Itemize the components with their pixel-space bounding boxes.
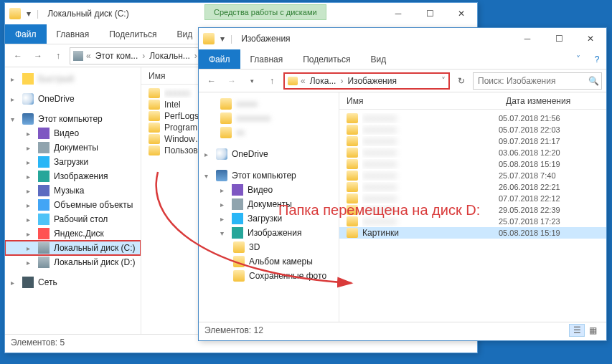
sidebar-docs[interactable]: ▸Документы (199, 197, 339, 211)
list-item[interactable]: xxxxxxxx03.06.2018 12:20 (339, 147, 606, 158)
sidebar-network[interactable]: ▸Сеть (5, 275, 141, 289)
drive-icon (73, 51, 83, 61)
sidebar-downloads[interactable]: ▸Загрузки (5, 155, 141, 169)
file-date: 25.07.2018 7:40 (499, 171, 599, 180)
sidebar-music[interactable]: ▸Музыка (5, 183, 141, 198)
file-date: 09.07.2018 21:17 (499, 137, 599, 145)
file-name: xxxxxxxx (362, 171, 494, 181)
close-button[interactable]: ✕ (446, 4, 477, 24)
folder-icon (288, 77, 298, 85)
sidebar-saved[interactable]: Сохраненные фото (199, 269, 339, 283)
sidebar-images[interactable]: ▸Изображения (5, 169, 141, 183)
file-date: 05.07.2018 22:03 (499, 125, 599, 134)
status-count: Элементов: 5 (11, 337, 65, 348)
sidebar-onedrive[interactable]: ▸OneDrive (199, 147, 339, 161)
search-input[interactable] (478, 76, 585, 86)
file-date: 05.08.2018 15:19 (499, 229, 599, 237)
back-button[interactable]: ← (9, 47, 27, 64)
file-list[interactable]: xxxxxxxx05.07.2018 21:56xxxxxxxx05.07.20… (339, 110, 606, 322)
sidebar-video[interactable]: ▸Видео (199, 183, 339, 197)
tab-share[interactable]: Поделиться (293, 49, 360, 69)
tab-share[interactable]: Поделиться (99, 24, 166, 44)
sidebar-item[interactable]: xx (199, 125, 339, 140)
list-item[interactable]: xxxxxxxx29.05.2018 22:39 (339, 204, 606, 216)
forward-button[interactable]: → (29, 47, 47, 64)
tab-view[interactable]: Вид (360, 49, 396, 69)
folder-icon (347, 148, 358, 158)
file-date: 05.07.2018 21:56 (499, 114, 599, 123)
tab-home[interactable]: Главная (47, 24, 100, 44)
list-item[interactable]: xxxxxxxx07.07.2018 22:12 (339, 193, 606, 204)
sidebar-item[interactable]: xxxxxxxx (199, 111, 339, 125)
tab-file[interactable]: Файл (5, 24, 47, 44)
up-button[interactable]: ↑ (263, 72, 281, 90)
breadcrumb[interactable]: Локальн... (148, 51, 192, 61)
file-name: xxxxxxxx (362, 136, 494, 146)
sidebar-yadisk[interactable]: ▸Яндекс.Диск (5, 226, 141, 241)
sidebar-images[interactable]: ▾Изображения (199, 226, 339, 240)
sidebar-item[interactable]: xxxxx (199, 97, 339, 111)
minimize-button[interactable]: ─ (512, 29, 543, 49)
sidebar-disk-c[interactable]: ▸Локальный диск (C:) (5, 241, 141, 255)
file-name: Картинки (362, 228, 494, 238)
breadcrumb[interactable]: Этот ком... (94, 51, 140, 61)
list-item[interactable]: xxxxxxxx25.07.2018 17:23 (339, 216, 606, 227)
view-icons-button[interactable]: ▦ (585, 324, 601, 337)
sidebar-album[interactable]: Альбом камеры (199, 254, 339, 269)
window-title: Локальный диск (C:) (47, 9, 129, 19)
content: Имя Дата изменения xxxxxxxx05.07.2018 21… (339, 92, 606, 322)
list-item[interactable]: xxxxxxxx05.08.2018 15:19 (339, 158, 606, 170)
address-bar[interactable]: « Лока... › Изобажения ˅ (283, 72, 450, 90)
column-name[interactable]: Имя (347, 96, 506, 106)
forward-button[interactable]: → (223, 72, 240, 90)
folder-icon (9, 8, 21, 19)
qat-button[interactable]: ▾ (217, 34, 227, 44)
sidebar-disk-d[interactable]: ▸Локальный диск (D:) (5, 255, 141, 269)
dropdown-icon[interactable]: ˅ (441, 76, 446, 86)
sidebar-desktop[interactable]: ▸Рабочий стол (5, 212, 141, 226)
breadcrumb[interactable]: Изобажения (346, 76, 397, 86)
file-name: xxxxxxxx (362, 205, 494, 215)
up-button[interactable]: ↑ (50, 47, 67, 64)
titlebar[interactable]: ▾ | Изобажения ─ ☐ ✕ (199, 28, 606, 49)
sidebar-3d[interactable]: ▸Объемные объекты (5, 198, 141, 212)
sidebar-downloads[interactable]: ▸Загрузки (199, 211, 339, 226)
column-header[interactable]: Имя Дата изменения (339, 92, 606, 110)
qat-button[interactable]: ▾ (24, 9, 34, 19)
recent-button[interactable]: ▾ (243, 72, 260, 90)
file-name: xxxxxxxx (362, 125, 494, 135)
list-item[interactable]: xxxxxxxx05.07.2018 22:03 (339, 124, 606, 135)
sidebar-3d[interactable]: 3D (199, 240, 339, 254)
breadcrumb[interactable]: Лока... (309, 76, 338, 86)
folder-icon (347, 125, 358, 135)
tab-home[interactable]: Главная (240, 49, 293, 69)
list-item[interactable]: xxxxxxxx25.07.2018 7:40 (339, 170, 606, 181)
close-button[interactable]: ✕ (575, 29, 606, 49)
list-item[interactable]: Картинки05.08.2018 15:19 (339, 227, 606, 239)
list-item[interactable]: xxxxxxxx26.06.2018 22:21 (339, 181, 606, 193)
maximize-button[interactable]: ☐ (414, 4, 446, 24)
help-button[interactable]: ? (588, 49, 606, 69)
sidebar-video[interactable]: ▸Видео (5, 126, 141, 140)
file-date: 03.06.2018 12:20 (499, 148, 599, 157)
column-date[interactable]: Дата изменения (506, 96, 606, 106)
ribbon-expand-button[interactable]: ˅ (569, 49, 588, 69)
sidebar-docs[interactable]: ▸Документы (5, 140, 141, 155)
sidebar-pc[interactable]: ▾Этот компьютер (199, 168, 339, 183)
minimize-button[interactable]: ─ (382, 4, 414, 24)
list-item[interactable]: xxxxxxxx09.07.2018 21:17 (339, 135, 606, 147)
view-details-button[interactable]: ☰ (569, 324, 585, 337)
search-icon[interactable]: 🔍 (588, 76, 599, 86)
back-button[interactable]: ← (203, 72, 220, 90)
sidebar-pc[interactable]: ▾Этот компьютер (5, 112, 141, 126)
tab-view[interactable]: Вид (166, 24, 202, 44)
refresh-button[interactable]: ↻ (453, 72, 470, 90)
list-item[interactable]: xxxxxxxx05.07.2018 21:56 (339, 112, 606, 124)
maximize-button[interactable]: ☐ (543, 29, 575, 49)
search-box[interactable]: 🔍 (473, 72, 602, 90)
sidebar-onedrive[interactable]: ▸OneDrive (5, 92, 141, 106)
sidebar-quick[interactable]: ▸Быстрый (5, 72, 141, 86)
drive-tools-tab[interactable]: Средства работы с дисками (204, 4, 326, 20)
tab-file[interactable]: Файл (199, 49, 240, 69)
file-date: 05.08.2018 15:19 (499, 160, 599, 168)
